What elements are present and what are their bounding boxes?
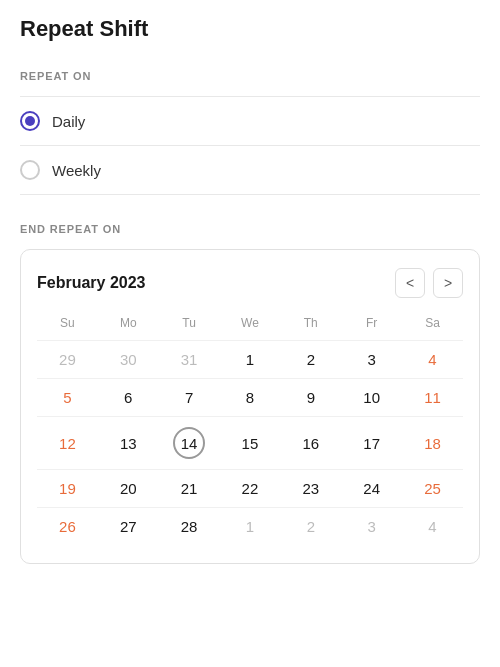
calendar-month-title: February 2023 xyxy=(37,274,146,292)
calendar-prev-button[interactable]: < xyxy=(395,268,425,298)
weekday-sa: Sa xyxy=(402,316,463,341)
calendar-day-cell[interactable]: 4 xyxy=(402,508,463,546)
calendar-day-cell[interactable]: 5 xyxy=(37,379,98,417)
calendar-day-cell[interactable]: 1 xyxy=(220,341,281,379)
repeat-on-label: REPEAT ON xyxy=(20,70,480,82)
radio-label-daily: Daily xyxy=(52,113,85,130)
calendar-week-row: 12131415161718 xyxy=(37,417,463,470)
calendar-day-cell[interactable]: 28 xyxy=(159,508,220,546)
calendar-grid: SuMoTuWeThFrSa 2930311234567891011121314… xyxy=(37,316,463,545)
repeat-on-section: REPEAT ON DailyWeekly xyxy=(20,70,480,195)
radio-item-weekly[interactable]: Weekly xyxy=(20,146,480,195)
calendar-day-cell[interactable]: 20 xyxy=(98,470,159,508)
calendar-day-cell[interactable]: 17 xyxy=(341,417,402,470)
weekday-mo: Mo xyxy=(98,316,159,341)
calendar-day-cell[interactable]: 8 xyxy=(220,379,281,417)
weekday-su: Su xyxy=(37,316,98,341)
weekday-we: We xyxy=(220,316,281,341)
calendar-day-cell[interactable]: 2 xyxy=(280,508,341,546)
repeat-options: DailyWeekly xyxy=(20,96,480,195)
radio-label-weekly: Weekly xyxy=(52,162,101,179)
radio-circle-daily xyxy=(20,111,40,131)
radio-item-daily[interactable]: Daily xyxy=(20,96,480,146)
calendar-next-button[interactable]: > xyxy=(433,268,463,298)
calendar-day-cell[interactable]: 10 xyxy=(341,379,402,417)
calendar-day-cell[interactable]: 31 xyxy=(159,341,220,379)
calendar-day-cell[interactable]: 25 xyxy=(402,470,463,508)
calendar-day-cell[interactable]: 3 xyxy=(341,341,402,379)
calendar-day-cell[interactable]: 18 xyxy=(402,417,463,470)
calendar-day-cell[interactable]: 9 xyxy=(280,379,341,417)
calendar-day-cell[interactable]: 19 xyxy=(37,470,98,508)
calendar-day-cell[interactable]: 2 xyxy=(280,341,341,379)
calendar-day-cell[interactable]: 24 xyxy=(341,470,402,508)
calendar-day-cell[interactable]: 4 xyxy=(402,341,463,379)
weekday-fr: Fr xyxy=(341,316,402,341)
end-repeat-section: END REPEAT ON February 2023 < > SuMoTuWe… xyxy=(20,223,480,564)
calendar-nav: < > xyxy=(395,268,463,298)
calendar-day-cell[interactable]: 14 xyxy=(159,417,220,470)
calendar-day-cell[interactable]: 30 xyxy=(98,341,159,379)
page-title: Repeat Shift xyxy=(20,16,480,42)
end-repeat-label: END REPEAT ON xyxy=(20,223,480,235)
calendar-day-cell[interactable]: 12 xyxy=(37,417,98,470)
calendar-day-cell[interactable]: 26 xyxy=(37,508,98,546)
calendar-day-cell[interactable]: 1 xyxy=(220,508,281,546)
calendar-day-cell[interactable]: 21 xyxy=(159,470,220,508)
calendar-body: 2930311234567891011121314151617181920212… xyxy=(37,341,463,546)
calendar-day-cell[interactable]: 6 xyxy=(98,379,159,417)
radio-circle-weekly xyxy=(20,160,40,180)
calendar-day-cell[interactable]: 11 xyxy=(402,379,463,417)
calendar-day-cell[interactable]: 29 xyxy=(37,341,98,379)
calendar-day-cell[interactable]: 22 xyxy=(220,470,281,508)
calendar-header: February 2023 < > xyxy=(37,268,463,298)
calendar-week-row: 2930311234 xyxy=(37,341,463,379)
calendar-day-cell[interactable]: 16 xyxy=(280,417,341,470)
weekday-tu: Tu xyxy=(159,316,220,341)
calendar-week-row: 567891011 xyxy=(37,379,463,417)
calendar-week-row: 19202122232425 xyxy=(37,470,463,508)
calendar: February 2023 < > SuMoTuWeThFrSa 2930311… xyxy=(20,249,480,564)
calendar-day-cell[interactable]: 13 xyxy=(98,417,159,470)
calendar-day-cell[interactable]: 7 xyxy=(159,379,220,417)
calendar-day-cell[interactable]: 15 xyxy=(220,417,281,470)
weekday-th: Th xyxy=(280,316,341,341)
calendar-weekdays-row: SuMoTuWeThFrSa xyxy=(37,316,463,341)
calendar-day-cell[interactable]: 3 xyxy=(341,508,402,546)
calendar-week-row: 2627281234 xyxy=(37,508,463,546)
calendar-day-cell[interactable]: 23 xyxy=(280,470,341,508)
calendar-day-cell[interactable]: 27 xyxy=(98,508,159,546)
